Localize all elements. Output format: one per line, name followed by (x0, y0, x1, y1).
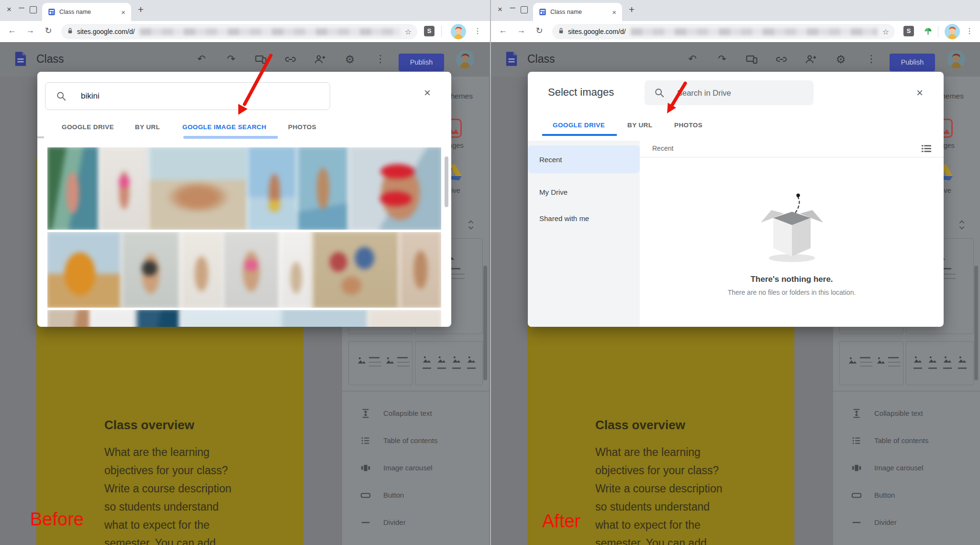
image-result[interactable] (47, 232, 122, 308)
new-tab-button[interactable]: + (138, 4, 144, 15)
tab-google-image-search[interactable]: GOOGLE IMAGE SEARCH (182, 123, 267, 131)
window-minimize-icon[interactable]: – (16, 2, 27, 13)
avatar[interactable] (451, 24, 466, 41)
address-field[interactable]: sites.google.com/d/ ☆ (552, 24, 895, 39)
tab-by-url[interactable]: BY URL (135, 123, 160, 131)
extension-icon-s[interactable]: S (424, 26, 434, 36)
drive-search-input[interactable]: Search in Drive (645, 80, 813, 105)
image-result[interactable] (148, 147, 248, 230)
forward-button[interactable]: → (515, 25, 527, 35)
tab-google-drive[interactable]: GOOGLE DRIVE (62, 123, 114, 131)
share-add-person-icon (803, 53, 818, 65)
image-result[interactable] (399, 232, 441, 308)
image-result[interactable] (247, 147, 297, 230)
avatar[interactable] (945, 24, 960, 41)
bookmark-star-icon[interactable]: ☆ (882, 27, 889, 36)
sidebar-item-shared-with-me[interactable]: Shared with me (528, 204, 640, 232)
banner-heading: Class overview (104, 418, 194, 433)
redo-icon: ↷ (715, 53, 729, 65)
tab-close-icon[interactable]: × (610, 8, 618, 16)
list-view-icon[interactable] (922, 145, 931, 155)
back-button[interactable]: ← (497, 25, 509, 35)
image-result[interactable] (100, 147, 149, 230)
window-close-icon[interactable]: × (4, 5, 14, 14)
insert-item-table-of-contents: Table of contents (342, 427, 489, 455)
dialog-scrollbar[interactable] (445, 156, 448, 207)
tab-close-icon[interactable]: × (119, 8, 127, 16)
image-result[interactable] (122, 232, 180, 308)
insert-item-image-carousel: Image carousel (342, 455, 489, 482)
preview-devices-icon (745, 53, 759, 65)
image-result[interactable] (47, 147, 99, 230)
annotation-after: After (542, 511, 580, 532)
window-maximize-icon[interactable] (521, 6, 528, 13)
browser-menu-icon[interactable]: ⋮ (966, 26, 973, 35)
image-result[interactable] (91, 310, 136, 327)
browser-tab[interactable]: Class name × (42, 3, 131, 21)
image-placeholder-icon (943, 355, 952, 366)
reload-button[interactable]: ↻ (42, 25, 55, 36)
lock-icon (67, 27, 73, 36)
address-field[interactable]: sites.google.com/d/ ☆ (61, 24, 417, 39)
browser-tab[interactable]: Class name × (533, 3, 622, 21)
tab-title: Class name (59, 9, 119, 15)
image-result[interactable] (312, 232, 400, 308)
close-icon[interactable]: × (424, 87, 431, 99)
layout-card (839, 341, 903, 385)
url-text: sites.google.com/d/ (77, 28, 135, 35)
drive-sidebar: Recent My Drive Shared with me (528, 141, 640, 327)
tab-google-drive[interactable]: GOOGLE DRIVE (553, 122, 605, 129)
forward-button[interactable]: → (24, 25, 36, 35)
sites-favicon (48, 8, 56, 16)
image-result[interactable] (368, 310, 441, 327)
reload-button[interactable]: ↻ (533, 25, 546, 36)
image-result[interactable] (280, 232, 312, 308)
image-result[interactable] (47, 310, 90, 327)
tab-photos[interactable]: PHOTOS (674, 122, 702, 129)
image-results-grid (47, 147, 441, 327)
insert-item-collapsible-text: Collapsible text (342, 400, 489, 427)
empty-subtitle: There are no files or folders in this lo… (728, 289, 856, 296)
window-maximize-icon[interactable] (30, 6, 37, 13)
image-result[interactable] (297, 147, 349, 230)
sites-favicon (539, 8, 546, 16)
layout-card (348, 341, 412, 385)
sites-logo-icon (505, 51, 518, 69)
tab-by-url[interactable]: BY URL (627, 122, 652, 129)
image-result[interactable] (223, 232, 280, 308)
image-carousel-icon (851, 463, 862, 473)
window-close-icon[interactable]: × (495, 5, 505, 14)
image-result[interactable] (280, 310, 368, 327)
banner-heading: Class overview (595, 418, 685, 433)
browser-menu-icon[interactable]: ⋮ (474, 26, 481, 35)
extension-icon-s[interactable]: S (903, 26, 914, 36)
sidebar-item-label: My Drive (539, 188, 568, 196)
settings-gear-icon: ⚙ (834, 53, 848, 66)
image-carousel-icon (360, 463, 371, 473)
image-search-input[interactable]: bikini (45, 82, 330, 110)
collapse-section-icon (957, 218, 967, 234)
tab-photos[interactable]: PHOTOS (288, 123, 316, 131)
search-icon (56, 91, 67, 101)
lock-icon (558, 27, 564, 36)
site-title: Class (527, 53, 555, 66)
new-tab-button[interactable]: + (629, 4, 635, 15)
back-button[interactable]: ← (6, 25, 18, 35)
image-result[interactable] (180, 232, 222, 308)
tab-strip: × – Class name × + (491, 0, 980, 21)
sites-logo-icon (14, 51, 27, 69)
window-minimize-icon[interactable]: – (507, 2, 518, 13)
extension-icon-green[interactable] (924, 27, 933, 38)
insert-item-image-carousel: Image carousel (833, 455, 980, 482)
image-result[interactable] (136, 310, 180, 327)
search-query-text: bikini (81, 91, 100, 101)
image-result[interactable] (180, 310, 282, 327)
collapsible-text-icon (360, 408, 371, 419)
sidebar-item-my-drive[interactable]: My Drive (528, 178, 640, 206)
sidebar-item-recent[interactable]: Recent (528, 145, 640, 173)
close-icon[interactable]: × (916, 87, 923, 99)
image-result[interactable] (348, 147, 441, 230)
bookmark-star-icon[interactable]: ☆ (405, 27, 412, 36)
url-redacted-blur (140, 28, 400, 35)
insert-item-label: Image carousel (383, 464, 433, 472)
